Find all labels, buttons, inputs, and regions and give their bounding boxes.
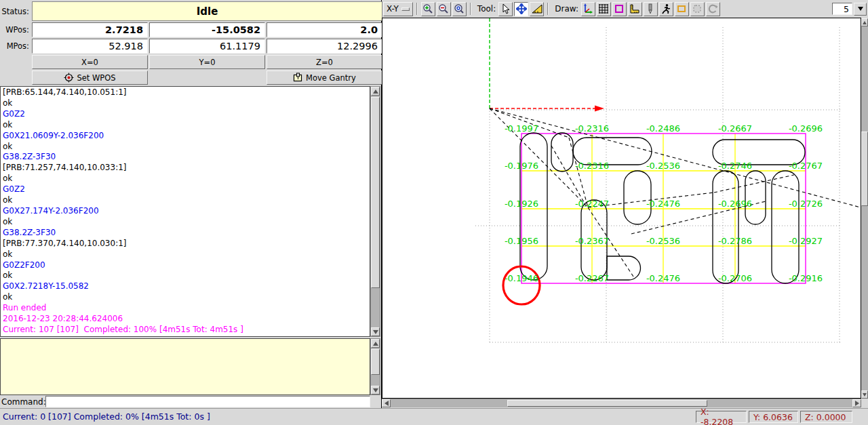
draw-margin-button[interactable] xyxy=(612,2,627,16)
zoom-fit-button[interactable] xyxy=(452,2,467,16)
probe-value: -0.2316 xyxy=(575,123,609,134)
terminal-line: ok xyxy=(3,142,368,153)
wpos-y[interactable]: -15.0582 xyxy=(149,22,265,37)
command-history[interactable] xyxy=(0,338,370,395)
chevron-down-icon xyxy=(858,7,863,11)
command-label: Command: xyxy=(1,397,46,407)
terminal-line: [PRB:77.370,74.140,10.030:1] xyxy=(3,239,368,249)
terminal-line: ok xyxy=(3,195,368,206)
gauge-tool-button[interactable] xyxy=(530,2,544,16)
zoom-in-button[interactable] xyxy=(421,2,435,16)
terminal-line: [PRB:71.257,74.140,10.033:1] xyxy=(3,163,368,174)
terminal-line: G0X2.7218Y-15.0582 xyxy=(3,281,368,292)
scroll-down-arrow[interactable] xyxy=(371,327,380,336)
canvas-vscroll-thumb[interactable] xyxy=(861,131,868,206)
separator xyxy=(470,3,471,15)
draw-grid-button[interactable] xyxy=(597,2,611,16)
zero-x-button[interactable]: X=0 xyxy=(32,55,148,69)
margin-icon xyxy=(614,3,625,14)
ruler-triangle-icon xyxy=(532,3,542,14)
probe-value: -0.2786 xyxy=(718,236,752,246)
terminal-scrollbar[interactable] xyxy=(370,86,380,337)
probe-value: -0.2746 xyxy=(718,161,752,171)
scroll-down-arrow[interactable] xyxy=(371,386,380,394)
terminal-line: 2016-12-23 20:28:44.624006 xyxy=(3,314,368,325)
mpos-y: 61.1179 xyxy=(149,39,265,54)
status-bar: Current: 0 [107] Completed: 0% [4m51s To… xyxy=(0,408,868,425)
terminal-line: ok xyxy=(3,217,368,228)
pointer-tool-button[interactable] xyxy=(498,2,513,16)
scroll-down-arrow[interactable] xyxy=(861,390,868,399)
status-value[interactable]: Idle xyxy=(32,1,382,21)
scroll-up-arrow[interactable] xyxy=(861,18,868,26)
probe-value: -0.1956 xyxy=(505,236,538,246)
cursor-y-readout: Y: 6.0636 xyxy=(749,411,798,423)
wpos-x[interactable]: 2.7218 xyxy=(32,22,148,37)
canvas-vscrollbar[interactable] xyxy=(861,18,868,399)
move-gantry-button[interactable]: Move Gantry xyxy=(267,70,382,85)
draw-axes-button[interactable] xyxy=(581,2,595,16)
mpos-z: 12.2996 xyxy=(267,39,382,54)
move-gantry-label: Move Gantry xyxy=(306,73,356,83)
history-scrollbar[interactable] xyxy=(370,338,380,395)
probe-value: -0.2536 xyxy=(646,161,680,171)
draw-ruler-button[interactable] xyxy=(628,2,642,16)
progress-text: Current: 0 [107] Completed: 0% [4m51s To… xyxy=(3,411,210,422)
optionmenu-indicator xyxy=(401,7,410,11)
probe-value: -0.2476 xyxy=(646,199,680,209)
probe-value: -0.1926 xyxy=(505,199,538,209)
cursor-x-readout: X: -8.2208 xyxy=(696,411,747,423)
scroll-right-arrow[interactable] xyxy=(852,399,861,407)
probe-value: -0.2696 xyxy=(789,123,823,134)
draw-workarea-button[interactable] xyxy=(675,2,689,16)
x-axis-arrowhead xyxy=(595,106,604,112)
draw-spindle-button[interactable] xyxy=(706,2,720,16)
spin-value[interactable]: 5 xyxy=(832,3,852,15)
terminal-log[interactable]: [PRB:65.144,74.140,10.051:1]okG0Z2okG0X2… xyxy=(0,86,370,337)
zoom-out-button[interactable] xyxy=(437,2,451,16)
scroll-up-arrow[interactable] xyxy=(371,339,380,348)
command-input[interactable] xyxy=(45,396,370,407)
terminal-line: ok xyxy=(3,292,368,303)
tool-label: Tool: xyxy=(477,4,496,14)
view-selector[interactable]: X-Y xyxy=(383,2,413,16)
workarea-icon xyxy=(676,3,687,14)
probe-icon xyxy=(645,3,656,14)
ruler-grid xyxy=(475,27,842,342)
scrollbar-corner xyxy=(861,399,868,407)
spin-dropdown-button[interactable] xyxy=(854,3,867,16)
mpos-x: 52.918 xyxy=(32,39,148,54)
scroll-up-arrow[interactable] xyxy=(371,87,380,96)
probe-value: -0.2767 xyxy=(789,161,823,171)
terminal-scroll-thumb[interactable] xyxy=(371,97,380,288)
terminal-line: ok xyxy=(3,120,368,131)
separator xyxy=(416,3,418,15)
probe-value: -0.2696 xyxy=(718,199,752,209)
draw-camera-button[interactable] xyxy=(690,2,705,16)
view-selector-value: X-Y xyxy=(387,4,399,14)
terminal-line: ok xyxy=(3,174,368,184)
cursor-z-readout: Z: 0.0000 xyxy=(800,411,852,423)
move-icon xyxy=(516,3,527,14)
target-icon xyxy=(64,73,74,83)
set-wpos-button[interactable]: Set WPOS xyxy=(32,70,148,85)
scroll-left-arrow[interactable] xyxy=(382,399,391,407)
terminal-line: G0Z2 xyxy=(3,109,368,120)
pointer-icon xyxy=(500,3,511,14)
draw-speed-button[interactable] xyxy=(659,2,673,16)
canvas-hscroll-thumb[interactable] xyxy=(507,400,707,407)
probe-value: -0.2927 xyxy=(789,236,823,246)
zero-z-button[interactable]: Z=0 xyxy=(267,55,382,69)
zero-y-button[interactable]: Y=0 xyxy=(149,55,265,69)
terminal-line: G0Z2F200 xyxy=(3,260,368,271)
pan-tool-button[interactable] xyxy=(514,2,528,16)
gcode-canvas[interactable]: -0.1997-0.2316-0.2486-0.2667-0.2696-0.19… xyxy=(382,18,861,399)
grid-icon xyxy=(598,3,609,14)
draw-probe-button[interactable] xyxy=(644,2,658,16)
zoom-fit-icon xyxy=(454,3,465,14)
ruler-icon xyxy=(629,3,640,14)
history-scroll-thumb[interactable] xyxy=(371,349,380,375)
canvas-hscrollbar[interactable] xyxy=(382,399,861,407)
wpos-z[interactable]: 2.0 xyxy=(267,22,382,37)
gantry-icon xyxy=(293,73,303,83)
